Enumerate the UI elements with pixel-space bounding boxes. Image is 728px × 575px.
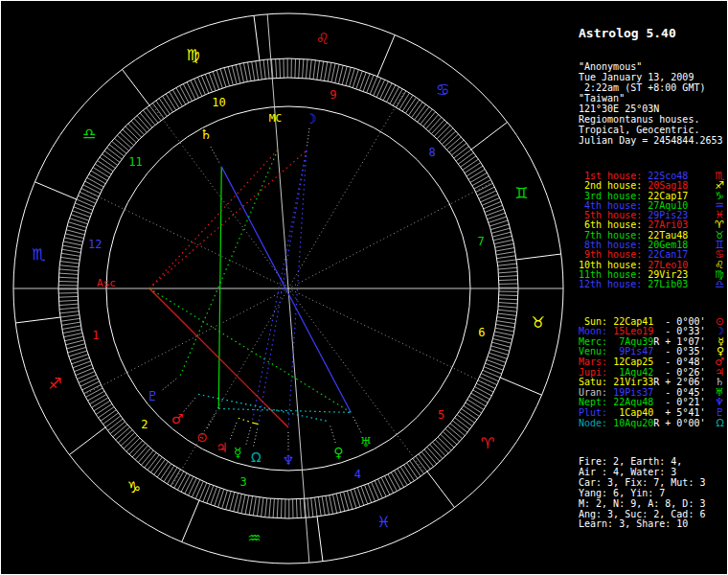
house-number: 8 <box>429 146 436 159</box>
wheel-planet-icon-plut: ♇ <box>147 388 159 403</box>
planet-icon: Ω <box>717 419 724 429</box>
sign-glyph-scorpio: ♏ <box>32 245 45 264</box>
sign-glyph-libra: ♎ <box>82 125 96 143</box>
astro-wheel-canvas: ♈♉♊♋♌♍♎♏♐♑♒♓123456789101112⊙☽☿♀♂♃♄♅♆♇ΩAs… <box>1 1 576 574</box>
wheel-planet-icon-node: Ω <box>251 449 262 465</box>
house-number: 3 <box>240 475 247 489</box>
house-number: 2 <box>141 418 148 431</box>
header-line: "Anonymous" <box>579 61 724 72</box>
header-line: "Taiwan" <box>579 93 724 104</box>
house-number: 6 <box>478 326 485 339</box>
planet-list: Sun: 22Cap41 - 0°00'⊙Moon: 15Leo19 - 0°3… <box>579 317 724 429</box>
house-number: 10 <box>212 96 225 109</box>
stat-line: Learn: 3, Share: 10 <box>579 519 724 530</box>
planet-row: Plut: 1Cap40 + 5°41'♇ <box>579 408 724 419</box>
house-number: 4 <box>354 468 361 481</box>
wheel-planet-icon-uran: ♅ <box>359 434 372 449</box>
sign-glyph-cancer: ♋ <box>436 80 449 99</box>
sign-glyph-leo: ♌ <box>316 30 330 48</box>
wheel-planet-icon-sun: ⊙ <box>196 429 208 445</box>
planet-glyphs: ⊙☽☿♀♂♃♄♅♆♇Ω <box>147 111 372 468</box>
zodiac-sign-icon: ♎ <box>715 280 724 289</box>
planet-name: Mars: <box>579 357 613 368</box>
planet-position: 10Aqu20 <box>613 419 653 429</box>
info-panel: Astrolog 5.40 "Anonymous"Tue January 13,… <box>579 5 724 551</box>
house-number: 12 <box>88 238 102 251</box>
wheel-planet-icon-nept: ♆ <box>283 452 295 468</box>
planet-velocity: + 5°41' <box>659 408 705 419</box>
house-number: 5 <box>438 408 444 422</box>
house-list: 1st house: 22Sco48♏ 2nd house: 20Sag18♐ … <box>579 172 724 290</box>
sign-glyph-pisces: ♓ <box>376 513 390 531</box>
planet-row: Mars: 12Cap25 - 0°48'♂ <box>579 357 724 368</box>
planet-position: 1Cap40 <box>613 408 653 419</box>
planet-name: Plut: <box>579 408 613 419</box>
sign-glyph-taurus: ♉ <box>531 313 544 332</box>
house-row: 12th house: 27Lib03♎ <box>579 280 724 289</box>
header-line: Julian Day = 2454844.2653 <box>579 135 724 146</box>
sign-glyph-virgo: ♍ <box>186 46 199 64</box>
planet-velocity: + 0°00' <box>659 419 705 429</box>
header-line: Regiomontanus houses. <box>579 114 724 125</box>
sign-glyph-aries: ♈ <box>481 434 494 452</box>
wheel-planet-icon-moon: ☽ <box>305 111 317 126</box>
element-stats: Fire: 2, Earth: 4,Air : 4, Water: 3Car: … <box>579 457 724 530</box>
sign-glyph-capricorn: ♑ <box>127 478 141 496</box>
angle-labels: AscMC <box>97 112 282 288</box>
sign-glyph-sagittarius: ♐ <box>48 375 61 393</box>
chart-header: "Anonymous"Tue January 13, 2009 2:22am (… <box>579 61 724 146</box>
stat-line: M: 2, N: 9, A: 8, D: 3 <box>579 499 724 510</box>
wheel-planet-icon-venu: ♀ <box>333 445 343 460</box>
angle-label-mc: MC <box>269 112 282 125</box>
header-line: 2:22am (ST +8:00 GMT) <box>579 82 724 93</box>
wheel-planet-icon-jupi: ♃ <box>216 440 228 455</box>
house-number: 7 <box>477 235 484 248</box>
house-label: 12th house: <box>579 280 648 289</box>
sign-glyph-gemini: ♊ <box>514 184 528 202</box>
sign-glyph-aquarius: ♒ <box>247 529 261 547</box>
planet-velocity: - 0°48' <box>659 357 705 368</box>
header-line: 121°30E 25°03N <box>579 104 724 114</box>
house-cusp-value: 27Lib03 <box>648 280 688 289</box>
header-line: Tue January 13, 2009 <box>579 72 724 82</box>
house-number: 9 <box>330 88 336 102</box>
house-number: 11 <box>128 155 142 169</box>
house-number: 1 <box>92 329 99 342</box>
header-line: Tropical, Geocentric. <box>579 125 724 135</box>
planet-position: 12Cap25 <box>613 357 653 368</box>
planet-row: Node: 10Aqu20R + 0°00'Ω <box>579 419 724 429</box>
window-frame: ♈♉♊♋♌♍♎♏♐♑♒♓123456789101112⊙☽☿♀♂♃♄♅♆♇ΩAs… <box>0 0 728 575</box>
wheel-planet-icon-mars: ♂ <box>171 411 184 426</box>
app-title: Astrolog 5.40 <box>579 26 724 40</box>
wheel-planet-icon-satu: ♄ <box>200 126 213 142</box>
wheel-planet-icon-merc: ☿ <box>234 445 242 460</box>
angle-label-asc: Asc <box>97 277 116 289</box>
planet-name: Node: <box>579 419 613 429</box>
